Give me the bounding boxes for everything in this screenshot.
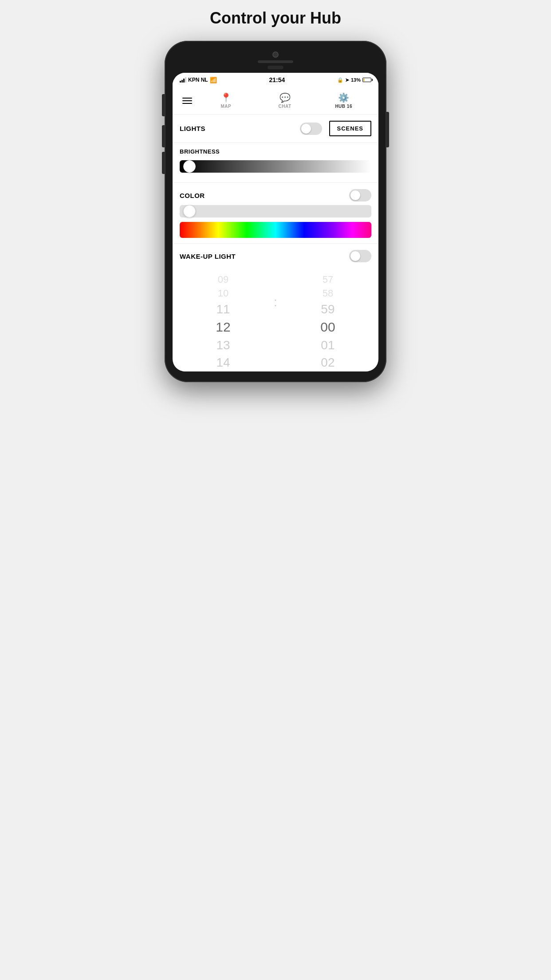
battery-fill — [363, 79, 364, 81]
wakeup-section: WAKE-UP LIGHT 09 10 11 12 13 14 : 57 58 … — [173, 244, 378, 371]
nav-label-map: MAP — [220, 104, 231, 109]
phone-device: KPN NL 📶 21:54 🔒 ➤ 13% — [165, 41, 386, 382]
time-picker[interactable]: 09 10 11 12 13 14 : 57 58 59 00 01 02 — [173, 269, 378, 371]
wakeup-header: WAKE-UP LIGHT — [173, 244, 378, 269]
min-59: 59 — [321, 300, 335, 318]
brightness-section: BRIGHTNESS — [173, 143, 378, 183]
min-01: 01 — [321, 336, 335, 354]
min-02: 02 — [321, 354, 335, 371]
menu-button[interactable] — [178, 95, 197, 107]
hour-14: 14 — [216, 354, 230, 371]
hue-slider-container[interactable] — [180, 205, 371, 217]
status-time: 21:54 — [269, 76, 285, 83]
minutes-column[interactable]: 57 58 59 00 01 02 — [277, 273, 378, 371]
color-sliders — [173, 205, 378, 243]
phone-screen: KPN NL 📶 21:54 🔒 ➤ 13% — [173, 73, 378, 371]
nav-bar: 📍 MAP 💬 CHAT ⚙️ HUB 16 — [173, 87, 378, 115]
scenes-button[interactable]: SCENES — [329, 121, 371, 136]
nav-item-chat[interactable]: 💬 CHAT — [256, 91, 315, 111]
lights-toggle[interactable] — [300, 122, 322, 135]
brightness-label: BRIGHTNESS — [180, 148, 371, 155]
hour-10: 10 — [218, 287, 228, 300]
carrier-name: KPN NL — [188, 77, 208, 83]
color-spectrum[interactable] — [180, 222, 371, 238]
home-sensor — [268, 66, 283, 69]
lights-row: LIGHTS SCENES — [173, 115, 378, 143]
brightness-slider-container[interactable] — [180, 160, 371, 173]
status-left: KPN NL 📶 — [180, 77, 217, 83]
hour-09: 09 — [218, 273, 228, 287]
color-label: COLOR — [180, 192, 205, 199]
hour-13: 13 — [216, 336, 230, 354]
color-toggle[interactable] — [349, 189, 371, 202]
battery-container — [362, 78, 371, 82]
min-00: 00 — [320, 318, 335, 336]
min-58: 58 — [323, 287, 333, 300]
battery-icon — [362, 78, 371, 82]
signal-bars — [180, 77, 186, 83]
color-section: COLOR — [173, 183, 378, 244]
hour-11: 11 — [216, 300, 230, 318]
map-icon: 📍 — [220, 92, 232, 103]
hour-12: 12 — [216, 318, 230, 336]
chat-icon: 💬 — [279, 92, 291, 103]
hue-track — [180, 205, 371, 217]
min-57: 57 — [323, 273, 333, 287]
phone-top-bar — [173, 51, 378, 69]
hub-icon: ⚙️ — [338, 92, 349, 103]
page-title: Control your Hub — [210, 9, 341, 28]
wakeup-label: WAKE-UP LIGHT — [180, 253, 236, 260]
status-bar: KPN NL 📶 21:54 🔒 ➤ 13% — [173, 73, 378, 87]
nav-item-hub[interactable]: ⚙️ HUB 16 — [314, 91, 373, 111]
nav-item-map[interactable]: 📍 MAP — [197, 91, 256, 111]
speaker — [258, 60, 293, 63]
lights-label: LIGHTS — [180, 125, 205, 132]
wifi-icon: 📶 — [210, 77, 217, 83]
location-icon: ➤ — [345, 77, 349, 83]
brightness-thumb[interactable] — [183, 160, 196, 173]
camera — [272, 51, 279, 58]
brightness-track — [180, 160, 371, 173]
hours-column[interactable]: 09 10 11 12 13 14 — [173, 273, 274, 371]
battery-percent: 13% — [351, 77, 361, 83]
nav-label-hub: HUB 16 — [335, 104, 352, 109]
color-header: COLOR — [173, 183, 378, 205]
lock-icon: 🔒 — [337, 77, 343, 83]
status-right: 🔒 ➤ 13% — [337, 77, 371, 83]
time-separator: : — [274, 273, 277, 371]
wakeup-toggle[interactable] — [349, 250, 371, 262]
hue-thumb[interactable] — [183, 205, 196, 217]
nav-label-chat: CHAT — [278, 104, 291, 109]
